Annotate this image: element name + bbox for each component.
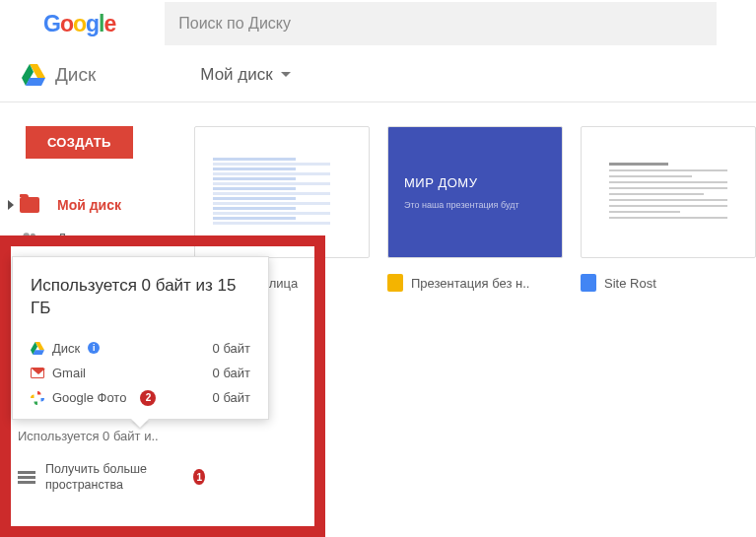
annotation-badge: 2 <box>140 390 156 406</box>
sidebar-item-shared[interactable]: Доступные мне <box>0 222 180 255</box>
header: Google Поиск по Диску <box>0 0 756 47</box>
photos-icon <box>31 391 44 405</box>
folder-icon <box>20 197 39 213</box>
drive-icon <box>22 64 45 86</box>
docs-icon <box>581 274 596 292</box>
usage-row-drive[interactable]: Диск i 0 байт <box>31 336 250 361</box>
sidebar-nav: Мой диск Доступные мне <box>0 188 180 255</box>
storage-icon <box>18 471 35 484</box>
svg-point-4 <box>31 234 35 238</box>
file-thumbnail <box>194 126 370 258</box>
create-button[interactable]: СОЗДАТЬ <box>26 126 133 159</box>
sidebar-item-mydrive[interactable]: Мой диск <box>0 188 180 222</box>
usage-row-photos[interactable]: Google Фото 2 0 байт <box>31 385 250 411</box>
toolbar: Диск Мой диск <box>0 47 756 102</box>
file-thumbnail: МИР ДОМУ Это наша презентация будт <box>387 126 563 258</box>
search-placeholder: Поиск по Диску <box>178 15 291 33</box>
storage-title: Используется 0 байт из 15 ГБ <box>31 275 250 320</box>
sidebar-item-label: Доступные мне <box>57 231 156 246</box>
svg-point-3 <box>23 233 30 239</box>
annotation-badge: 1 <box>193 469 205 485</box>
slides-icon <box>387 274 403 292</box>
chevron-down-icon <box>281 72 291 77</box>
file-label: Презентация без н.. <box>387 274 563 292</box>
storage-summary: Используется 0 байт и.. Получить больше … <box>18 429 205 494</box>
google-logo[interactable]: Google <box>43 11 115 37</box>
get-more-storage-link[interactable]: Получить больше пространства 1 <box>18 461 205 494</box>
popup-tail <box>131 419 149 428</box>
sidebar-item-label: Мой диск <box>57 197 121 213</box>
file-card[interactable]: МИР ДОМУ Это наша презентация будт Презе… <box>387 126 563 292</box>
drive-icon <box>31 342 44 355</box>
drive-logo[interactable]: Диск <box>22 64 96 86</box>
app-name: Диск <box>55 64 96 86</box>
breadcrumb[interactable]: Мой диск <box>200 65 290 85</box>
storage-popup: Используется 0 байт из 15 ГБ Диск i 0 ба… <box>12 256 269 420</box>
file-card[interactable]: Site Rost <box>581 126 756 292</box>
file-thumbnail <box>581 126 756 258</box>
info-icon[interactable]: i <box>88 342 100 354</box>
gmail-icon <box>31 368 44 378</box>
people-icon <box>20 231 39 246</box>
file-label: Site Rost <box>581 274 756 292</box>
usage-row-gmail[interactable]: Gmail 0 байт <box>31 361 250 385</box>
search-input[interactable]: Поиск по Диску <box>165 2 717 45</box>
storage-usage-text: Используется 0 байт и.. <box>18 429 205 443</box>
expand-icon <box>8 200 14 210</box>
